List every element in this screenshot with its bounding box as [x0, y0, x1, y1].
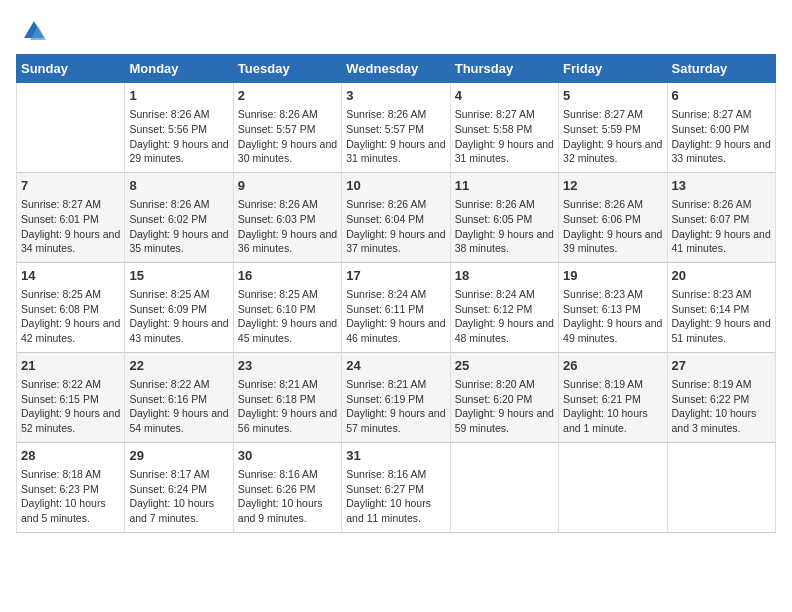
calendar-week-row: 7Sunrise: 8:27 AMSunset: 6:01 PMDaylight… — [17, 172, 776, 262]
logo-icon — [16, 16, 46, 46]
day-number: 11 — [455, 177, 554, 195]
day-number: 18 — [455, 267, 554, 285]
calendar-cell: 9Sunrise: 8:26 AMSunset: 6:03 PMDaylight… — [233, 172, 341, 262]
day-info: Sunrise: 8:21 AMSunset: 6:19 PMDaylight:… — [346, 377, 445, 436]
calendar-cell: 22Sunrise: 8:22 AMSunset: 6:16 PMDayligh… — [125, 352, 233, 442]
day-info: Sunrise: 8:26 AMSunset: 5:57 PMDaylight:… — [238, 107, 337, 166]
day-info: Sunrise: 8:16 AMSunset: 6:26 PMDaylight:… — [238, 467, 337, 526]
day-number: 15 — [129, 267, 228, 285]
day-info: Sunrise: 8:17 AMSunset: 6:24 PMDaylight:… — [129, 467, 228, 526]
calendar-cell: 13Sunrise: 8:26 AMSunset: 6:07 PMDayligh… — [667, 172, 775, 262]
day-number: 12 — [563, 177, 662, 195]
calendar-cell: 3Sunrise: 8:26 AMSunset: 5:57 PMDaylight… — [342, 83, 450, 173]
calendar-cell: 12Sunrise: 8:26 AMSunset: 6:06 PMDayligh… — [559, 172, 667, 262]
day-number: 26 — [563, 357, 662, 375]
calendar-cell — [559, 442, 667, 532]
calendar-header: SundayMondayTuesdayWednesdayThursdayFrid… — [17, 55, 776, 83]
day-number: 7 — [21, 177, 120, 195]
calendar-cell: 21Sunrise: 8:22 AMSunset: 6:15 PMDayligh… — [17, 352, 125, 442]
calendar-week-row: 21Sunrise: 8:22 AMSunset: 6:15 PMDayligh… — [17, 352, 776, 442]
calendar-cell: 27Sunrise: 8:19 AMSunset: 6:22 PMDayligh… — [667, 352, 775, 442]
day-info: Sunrise: 8:20 AMSunset: 6:20 PMDaylight:… — [455, 377, 554, 436]
weekday-header-monday: Monday — [125, 55, 233, 83]
calendar-cell: 1Sunrise: 8:26 AMSunset: 5:56 PMDaylight… — [125, 83, 233, 173]
calendar-cell: 17Sunrise: 8:24 AMSunset: 6:11 PMDayligh… — [342, 262, 450, 352]
calendar-cell: 30Sunrise: 8:16 AMSunset: 6:26 PMDayligh… — [233, 442, 341, 532]
day-number: 14 — [21, 267, 120, 285]
calendar-cell: 6Sunrise: 8:27 AMSunset: 6:00 PMDaylight… — [667, 83, 775, 173]
calendar-cell: 16Sunrise: 8:25 AMSunset: 6:10 PMDayligh… — [233, 262, 341, 352]
day-number: 6 — [672, 87, 771, 105]
day-info: Sunrise: 8:19 AMSunset: 6:21 PMDaylight:… — [563, 377, 662, 436]
calendar-week-row: 28Sunrise: 8:18 AMSunset: 6:23 PMDayligh… — [17, 442, 776, 532]
calendar-cell: 20Sunrise: 8:23 AMSunset: 6:14 PMDayligh… — [667, 262, 775, 352]
day-number: 2 — [238, 87, 337, 105]
calendar-body: 1Sunrise: 8:26 AMSunset: 5:56 PMDaylight… — [17, 83, 776, 533]
day-info: Sunrise: 8:26 AMSunset: 6:04 PMDaylight:… — [346, 197, 445, 256]
calendar-cell: 18Sunrise: 8:24 AMSunset: 6:12 PMDayligh… — [450, 262, 558, 352]
day-info: Sunrise: 8:16 AMSunset: 6:27 PMDaylight:… — [346, 467, 445, 526]
calendar-cell — [450, 442, 558, 532]
day-number: 28 — [21, 447, 120, 465]
day-number: 10 — [346, 177, 445, 195]
calendar-cell — [17, 83, 125, 173]
weekday-header-tuesday: Tuesday — [233, 55, 341, 83]
day-info: Sunrise: 8:23 AMSunset: 6:14 PMDaylight:… — [672, 287, 771, 346]
day-number: 30 — [238, 447, 337, 465]
day-number: 4 — [455, 87, 554, 105]
day-number: 31 — [346, 447, 445, 465]
day-number: 20 — [672, 267, 771, 285]
day-info: Sunrise: 8:24 AMSunset: 6:11 PMDaylight:… — [346, 287, 445, 346]
calendar-cell: 19Sunrise: 8:23 AMSunset: 6:13 PMDayligh… — [559, 262, 667, 352]
weekday-header-row: SundayMondayTuesdayWednesdayThursdayFrid… — [17, 55, 776, 83]
day-info: Sunrise: 8:25 AMSunset: 6:08 PMDaylight:… — [21, 287, 120, 346]
day-info: Sunrise: 8:26 AMSunset: 6:06 PMDaylight:… — [563, 197, 662, 256]
day-info: Sunrise: 8:18 AMSunset: 6:23 PMDaylight:… — [21, 467, 120, 526]
calendar-cell: 10Sunrise: 8:26 AMSunset: 6:04 PMDayligh… — [342, 172, 450, 262]
day-info: Sunrise: 8:22 AMSunset: 6:15 PMDaylight:… — [21, 377, 120, 436]
calendar-cell: 25Sunrise: 8:20 AMSunset: 6:20 PMDayligh… — [450, 352, 558, 442]
day-info: Sunrise: 8:26 AMSunset: 6:05 PMDaylight:… — [455, 197, 554, 256]
weekday-header-saturday: Saturday — [667, 55, 775, 83]
weekday-header-thursday: Thursday — [450, 55, 558, 83]
calendar-week-row: 1Sunrise: 8:26 AMSunset: 5:56 PMDaylight… — [17, 83, 776, 173]
day-info: Sunrise: 8:24 AMSunset: 6:12 PMDaylight:… — [455, 287, 554, 346]
day-number: 24 — [346, 357, 445, 375]
calendar-cell: 31Sunrise: 8:16 AMSunset: 6:27 PMDayligh… — [342, 442, 450, 532]
day-number: 23 — [238, 357, 337, 375]
weekday-header-friday: Friday — [559, 55, 667, 83]
day-info: Sunrise: 8:27 AMSunset: 5:58 PMDaylight:… — [455, 107, 554, 166]
day-number: 22 — [129, 357, 228, 375]
calendar-cell: 29Sunrise: 8:17 AMSunset: 6:24 PMDayligh… — [125, 442, 233, 532]
calendar-cell — [667, 442, 775, 532]
day-info: Sunrise: 8:26 AMSunset: 6:07 PMDaylight:… — [672, 197, 771, 256]
day-number: 17 — [346, 267, 445, 285]
day-info: Sunrise: 8:26 AMSunset: 5:56 PMDaylight:… — [129, 107, 228, 166]
calendar-cell: 23Sunrise: 8:21 AMSunset: 6:18 PMDayligh… — [233, 352, 341, 442]
day-number: 3 — [346, 87, 445, 105]
day-number: 19 — [563, 267, 662, 285]
day-info: Sunrise: 8:26 AMSunset: 6:02 PMDaylight:… — [129, 197, 228, 256]
calendar-cell: 11Sunrise: 8:26 AMSunset: 6:05 PMDayligh… — [450, 172, 558, 262]
day-info: Sunrise: 8:26 AMSunset: 6:03 PMDaylight:… — [238, 197, 337, 256]
day-info: Sunrise: 8:26 AMSunset: 5:57 PMDaylight:… — [346, 107, 445, 166]
day-number: 5 — [563, 87, 662, 105]
day-info: Sunrise: 8:22 AMSunset: 6:16 PMDaylight:… — [129, 377, 228, 436]
calendar-cell: 2Sunrise: 8:26 AMSunset: 5:57 PMDaylight… — [233, 83, 341, 173]
day-number: 8 — [129, 177, 228, 195]
day-number: 1 — [129, 87, 228, 105]
page-header — [16, 16, 776, 46]
logo — [16, 16, 50, 46]
day-number: 25 — [455, 357, 554, 375]
day-info: Sunrise: 8:25 AMSunset: 6:10 PMDaylight:… — [238, 287, 337, 346]
calendar-table: SundayMondayTuesdayWednesdayThursdayFrid… — [16, 54, 776, 533]
calendar-cell: 28Sunrise: 8:18 AMSunset: 6:23 PMDayligh… — [17, 442, 125, 532]
calendar-cell: 24Sunrise: 8:21 AMSunset: 6:19 PMDayligh… — [342, 352, 450, 442]
day-number: 9 — [238, 177, 337, 195]
day-number: 16 — [238, 267, 337, 285]
day-info: Sunrise: 8:27 AMSunset: 6:01 PMDaylight:… — [21, 197, 120, 256]
calendar-cell: 15Sunrise: 8:25 AMSunset: 6:09 PMDayligh… — [125, 262, 233, 352]
day-number: 21 — [21, 357, 120, 375]
calendar-week-row: 14Sunrise: 8:25 AMSunset: 6:08 PMDayligh… — [17, 262, 776, 352]
calendar-cell: 5Sunrise: 8:27 AMSunset: 5:59 PMDaylight… — [559, 83, 667, 173]
